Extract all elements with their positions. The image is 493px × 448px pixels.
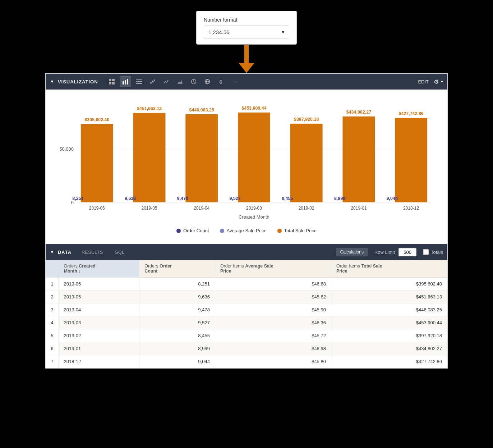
chevron-down-icon: ▾ [282, 29, 285, 35]
count-cell: 9,636 [139, 291, 215, 303]
month-cell: 2018-12 [59, 355, 139, 368]
bar-group-2019-05: $451,663.13 9,636 2019-05 [125, 106, 165, 211]
svg-rect-45 [342, 116, 375, 202]
month-col-header[interactable]: Orders CreatedMonth ↓ [59, 260, 139, 278]
svg-text:2019-05: 2019-05 [142, 206, 157, 211]
order-count-legend-dot [176, 229, 181, 233]
settings-icon[interactable]: ⚙ [434, 78, 439, 85]
avg-price-col-header[interactable]: Order Items Average SalePrice [215, 260, 331, 278]
line-icon-btn[interactable] [161, 76, 172, 87]
count-col-header[interactable]: Orders OrderCount [139, 260, 215, 278]
svg-rect-49 [395, 118, 427, 202]
svg-text:$451,663.13: $451,663.13 [137, 106, 162, 111]
bar-group-2019-06: $395,602.40 8,251 2019-06 [72, 117, 113, 211]
avg-sale-price-legend-dot [220, 229, 224, 233]
total-sale-price-legend-dot [277, 229, 282, 233]
data-table: Orders CreatedMonth ↓ Orders OrderCount … [46, 260, 447, 368]
number-format-value: 1,234.56 [208, 29, 229, 35]
bar-group-2019-04: $446,083.25 9,478 2019-04 [177, 108, 218, 211]
number-format-select[interactable]: 1,234.56 ▾ [204, 26, 289, 38]
row-number: 1 [46, 278, 59, 291]
svg-text:$427,742.86: $427,742.86 [398, 111, 423, 116]
data-title: DATA [58, 250, 72, 255]
month-cell: 2019-02 [59, 329, 139, 342]
svg-text:2018-12: 2018-12 [403, 206, 419, 211]
table-row: 3 2019-04 9,478 $45.90 $446,083.25 [46, 303, 447, 316]
svg-text:$395,602.40: $395,602.40 [84, 117, 109, 122]
number-format-label: Number format [204, 17, 289, 23]
row-limit-input[interactable] [398, 248, 416, 256]
area-icon-btn[interactable] [174, 76, 186, 87]
svg-rect-1 [112, 79, 115, 81]
avg-price-cell: $46.68 [215, 278, 331, 291]
main-container: ▼ VISUALIZATION [45, 73, 448, 369]
bar-group-2019-01: $434,802.27 8,999 2019-01 [334, 110, 375, 211]
total-sale-price-legend-label: Total Sale Price [284, 228, 317, 233]
svg-line-18 [194, 82, 195, 82]
svg-text:$446,083.25: $446,083.25 [189, 108, 214, 113]
svg-rect-7 [136, 79, 142, 80]
results-tab[interactable]: RESULTS [77, 247, 108, 257]
svg-text:$397,920.18: $397,920.18 [294, 117, 319, 122]
table-row: 7 2018-12 9,044 $45.80 $427,742.86 [46, 355, 447, 368]
scatter-icon-btn[interactable] [147, 76, 158, 87]
totals-checkbox[interactable] [423, 249, 429, 255]
avg-price-cell: $46.98 [215, 342, 331, 355]
avg-price-cell: $46.36 [215, 316, 331, 329]
viz-collapse-icon[interactable]: ▼ [50, 79, 54, 84]
svg-text:8,999: 8,999 [334, 196, 345, 201]
settings-dropdown-icon[interactable]: ▾ [441, 79, 443, 84]
count-cell: 8,999 [139, 342, 215, 355]
avg-sale-price-legend-label: Average Sale Price [227, 228, 267, 233]
sql-tab[interactable]: SQL [110, 247, 129, 257]
row-number: 6 [46, 342, 59, 355]
row-number: 7 [46, 355, 59, 368]
svg-rect-5 [125, 80, 126, 84]
total-price-cell: $453,900.44 [331, 316, 447, 329]
table-row: 6 2019-01 8,999 $46.98 $434,802.27 [46, 342, 447, 355]
count-cell: 8,455 [139, 329, 215, 342]
svg-point-13 [151, 82, 152, 83]
svg-rect-2 [109, 82, 111, 84]
table-icon-btn[interactable] [106, 76, 118, 87]
svg-point-11 [152, 81, 153, 82]
bar-chart-icon-btn[interactable] [120, 76, 131, 87]
svg-text:2019-03: 2019-03 [246, 206, 262, 211]
clock-icon-btn[interactable] [188, 76, 199, 87]
totals-label: Totals [431, 250, 443, 255]
order-count-legend-label: Order Count [183, 228, 209, 233]
more-icon-btn[interactable]: ··· [229, 76, 240, 87]
table-row: 1 2019-06 8,251 $46.68 $395,602.40 [46, 278, 447, 291]
total-price-col-header[interactable]: Order Items Total SalePrice [331, 260, 447, 278]
svg-point-14 [153, 82, 154, 83]
svg-rect-25 [81, 124, 113, 202]
month-cell: 2019-01 [59, 342, 139, 355]
viz-title: VISUALIZATION [58, 79, 98, 84]
legend-total-sale-price: Total Sale Price [277, 228, 317, 233]
bar-group-2019-03: $453,900.44 9,527 2019-03 [229, 106, 270, 211]
row-num-header [46, 260, 59, 278]
svg-text:9,636: 9,636 [125, 196, 136, 201]
svg-rect-41 [290, 124, 323, 202]
row-limit-label: Row Limit [374, 250, 395, 255]
data-collapse-icon[interactable]: ▼ [50, 250, 54, 255]
list-icon-btn[interactable] [133, 76, 145, 87]
svg-rect-29 [133, 113, 166, 202]
chart-area: 250,000 0 $395,602.40 8,251 2019-06 $ [46, 90, 447, 244]
map-icon-btn[interactable] [202, 76, 213, 87]
svg-rect-37 [238, 113, 270, 202]
visualization-header: ▼ VISUALIZATION [46, 74, 447, 90]
svg-marker-15 [178, 80, 183, 84]
svg-rect-0 [109, 79, 111, 81]
svg-text:$434,802.27: $434,802.27 [346, 110, 371, 115]
avg-price-cell: $45.82 [215, 291, 331, 303]
svg-text:8,455: 8,455 [282, 196, 293, 201]
avg-price-cell: $45.80 [215, 355, 331, 368]
bar-group-2018-12: $427,742.86 9,044 2018-12 [387, 111, 427, 211]
legend-avg-sale-price: Average Sale Price [220, 228, 267, 233]
calculations-button[interactable]: Calculations [336, 248, 368, 256]
edit-button[interactable]: EDIT [418, 79, 429, 84]
number-icon-btn[interactable]: 6 [215, 76, 227, 87]
svg-point-12 [154, 79, 155, 81]
row-number: 3 [46, 303, 59, 316]
